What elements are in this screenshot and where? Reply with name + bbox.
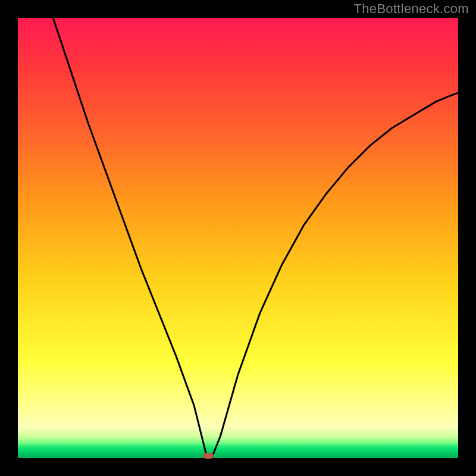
chart-plot-area (18, 18, 458, 458)
chart-frame: TheBottleneck.com (0, 0, 476, 476)
chart-marker-point (203, 453, 214, 459)
watermark-text: TheBottleneck.com (354, 1, 469, 17)
chart-curve (18, 18, 458, 458)
